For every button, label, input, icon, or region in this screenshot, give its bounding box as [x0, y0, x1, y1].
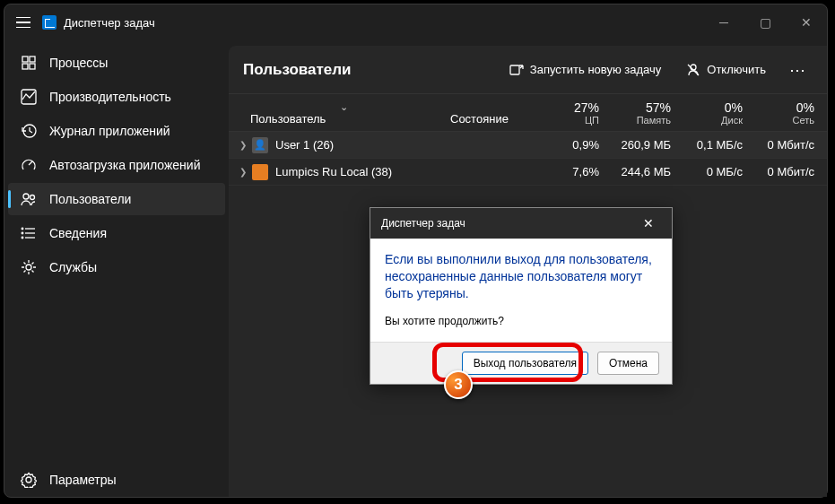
sidebar-item-performance[interactable]: Производительность	[8, 81, 225, 113]
cell-network: 0 Мбит/с	[755, 138, 827, 152]
expand-icon[interactable]: ❯	[234, 167, 252, 177]
users-icon	[21, 191, 37, 207]
sidebar-item-processes[interactable]: Процессы	[8, 47, 225, 79]
disconnect-icon	[686, 63, 700, 77]
history-icon	[21, 123, 37, 139]
list-icon	[21, 225, 37, 241]
dialog-main-text: Если вы выполнили выход для пользователя…	[385, 251, 657, 302]
cell-cpu: 0,9%	[540, 138, 612, 152]
window-controls: ─ ▢ ✕	[703, 4, 827, 40]
titlebar: Диспетчер задач ─ ▢ ✕	[4, 4, 827, 40]
cancel-button[interactable]: Отмена	[597, 352, 659, 375]
svg-point-13	[22, 232, 23, 234]
svg-point-16	[26, 477, 31, 482]
main-header: Пользователи Запустить новую задачу Откл…	[229, 46, 827, 94]
col-state[interactable]: Состояние	[450, 112, 540, 126]
grid-icon	[21, 55, 37, 71]
gauge-icon	[21, 157, 37, 173]
window-title: Диспетчер задач	[64, 16, 155, 30]
signout-user-button[interactable]: Выход пользователя	[462, 352, 588, 375]
expand-icon[interactable]: ❯	[234, 140, 252, 150]
sidebar-item-app-history[interactable]: Журнал приложений	[8, 115, 225, 147]
close-button[interactable]: ✕	[786, 4, 827, 40]
table-header: ⌄ Пользователь Состояние 27%ЦП 57%Память…	[229, 94, 827, 132]
cell-cpu: 7,6%	[540, 165, 612, 178]
new-task-button[interactable]: Запустить новую задачу	[500, 57, 670, 83]
cell-memory: 244,6 МБ	[612, 165, 683, 178]
sidebar-item-settings[interactable]: Параметры	[8, 464, 225, 496]
task-manager-window: Диспетчер задач ─ ▢ ✕ Процессы Производи…	[4, 4, 828, 498]
svg-rect-2	[22, 64, 28, 69]
sidebar-item-label: Параметры	[49, 473, 117, 487]
user-avatar-icon: 👤	[252, 137, 268, 153]
user-name: User 1 (26)	[275, 138, 334, 152]
svg-point-8	[30, 196, 35, 200]
sidebar-item-services[interactable]: Службы	[8, 251, 225, 283]
sidebar-item-details[interactable]: Сведения	[8, 217, 225, 249]
hamburger-menu-button[interactable]	[4, 4, 42, 40]
cell-disk: 0,1 МБ/с	[683, 138, 755, 152]
sidebar-item-startup[interactable]: Автозагрузка приложений	[8, 149, 225, 181]
gear-icon	[21, 259, 37, 275]
col-user[interactable]: ⌄ Пользователь	[229, 112, 450, 126]
sidebar-item-label: Производительность	[49, 90, 171, 104]
svg-rect-3	[30, 64, 35, 69]
svg-point-14	[22, 237, 23, 239]
svg-rect-1	[30, 56, 35, 62]
svg-point-7	[23, 194, 29, 199]
svg-line-6	[29, 161, 32, 165]
sidebar-item-users[interactable]: Пользователи	[8, 183, 225, 215]
confirmation-dialog: Диспетчер задач ✕ Если вы выполнили выхо…	[370, 207, 673, 385]
table-row[interactable]: ❯ Lumpics Ru Local (38) 7,6% 244,6 МБ 0 …	[229, 159, 827, 186]
app-icon	[42, 15, 57, 30]
sidebar-item-label: Службы	[49, 260, 97, 274]
more-button[interactable]: ⋯	[782, 60, 813, 80]
cell-network: 0 Мбит/с	[755, 165, 827, 178]
minimize-button[interactable]: ─	[703, 4, 744, 40]
col-memory[interactable]: 57%Память	[612, 100, 683, 126]
sidebar-item-label: Процессы	[49, 56, 108, 70]
dialog-close-button[interactable]: ✕	[636, 211, 661, 236]
new-task-label: Запустить новую задачу	[530, 63, 661, 76]
disconnect-label: Отключить	[707, 63, 766, 76]
col-network[interactable]: 0%Сеть	[755, 100, 827, 126]
col-disk[interactable]: 0%Диск	[683, 100, 755, 126]
user-avatar-icon	[252, 164, 268, 180]
svg-point-15	[26, 265, 31, 270]
col-cpu[interactable]: 27%ЦП	[540, 100, 612, 126]
run-icon	[509, 63, 524, 77]
cell-disk: 0 МБ/с	[683, 165, 755, 178]
sort-chevron-icon: ⌄	[340, 101, 348, 113]
user-name: Lumpics Ru Local (38)	[275, 165, 392, 178]
svg-rect-0	[22, 56, 28, 62]
dialog-titlebar: Диспетчер задач ✕	[370, 208, 672, 239]
sidebar-item-label: Журнал приложений	[49, 124, 170, 138]
annotation-step-badge: 3	[444, 370, 473, 399]
maximize-button[interactable]: ▢	[744, 4, 786, 40]
svg-rect-17	[510, 65, 519, 74]
sidebar-item-label: Сведения	[49, 226, 107, 240]
disconnect-button[interactable]: Отключить	[677, 57, 775, 83]
dialog-footer: Выход пользователя Отмена	[370, 342, 672, 384]
svg-point-12	[22, 228, 23, 230]
chart-icon	[21, 89, 37, 105]
sidebar-item-label: Пользователи	[49, 192, 131, 206]
dialog-title: Диспетчер задач	[381, 217, 465, 230]
table-row[interactable]: ❯ 👤 User 1 (26) 0,9% 260,9 МБ 0,1 МБ/с 0…	[229, 132, 827, 159]
settings-icon	[21, 472, 37, 488]
sidebar: Процессы Производительность Журнал прило…	[4, 40, 229, 497]
cell-memory: 260,9 МБ	[612, 138, 683, 152]
sidebar-item-label: Автозагрузка приложений	[49, 158, 201, 172]
dialog-sub-text: Вы хотите продолжить?	[385, 315, 657, 327]
page-title: Пользователи	[243, 61, 493, 79]
